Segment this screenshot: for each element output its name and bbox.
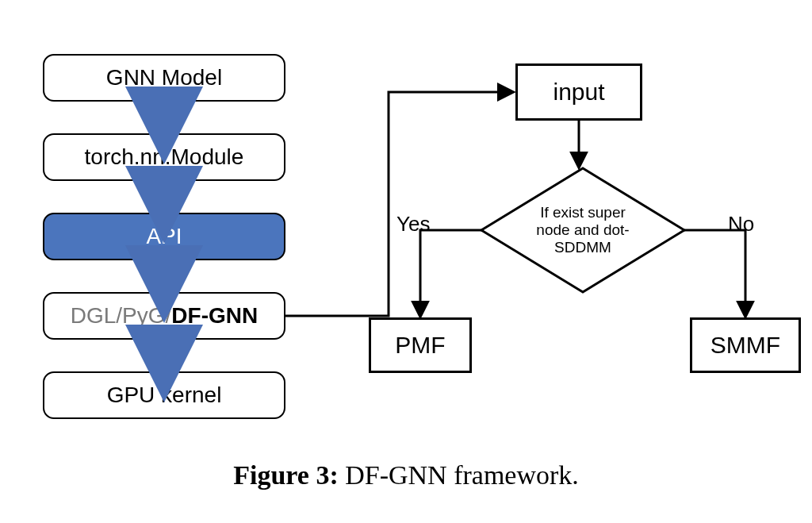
box-smmf-label: SMMF (710, 332, 780, 359)
figure-caption: Figure 3: DF-GNN framework. (0, 460, 812, 490)
box-api: API (43, 213, 285, 260)
box-gpu-kernel: GPU kernel (43, 371, 285, 419)
box-input-label: input (553, 79, 604, 106)
decision-line3: SDDMM (554, 239, 611, 256)
label-yes: Yes (396, 212, 430, 237)
label-no: No (728, 212, 754, 237)
box-backends-prefix: DGL/PyG/ (71, 303, 172, 328)
box-api-label: API (146, 225, 182, 249)
diagram-stage: GNN Model torch.nn.Module API DGL/PyG/DF… (0, 0, 812, 523)
decision-line2: node and dot- (536, 221, 629, 238)
decision-text: If exist super node and dot- SDDMM (480, 167, 686, 294)
box-pmf: PMF (369, 317, 472, 373)
box-backends-emph: DF-GNN (171, 303, 258, 328)
box-smmf: SMMF (690, 317, 801, 373)
decision-line1: If exist super (540, 204, 626, 221)
figure-caption-label: Figure 3: (233, 460, 339, 490)
box-torch-module: torch.nn.Module (43, 133, 285, 181)
figure-caption-text: DF-GNN framework. (339, 460, 579, 490)
box-backends-label: DGL/PyG/DF-GNN (71, 304, 258, 329)
box-pmf-label: PMF (395, 332, 445, 359)
box-gpu-kernel-label: GPU kernel (107, 383, 222, 408)
box-torch-module-label: torch.nn.Module (85, 145, 244, 170)
box-gnn-model: GNN Model (43, 54, 285, 102)
box-gnn-model-label: GNN Model (106, 66, 222, 90)
box-input: input (515, 63, 642, 121)
box-backends: DGL/PyG/DF-GNN (43, 292, 285, 340)
decision-diamond: If exist super node and dot- SDDMM (480, 167, 686, 294)
